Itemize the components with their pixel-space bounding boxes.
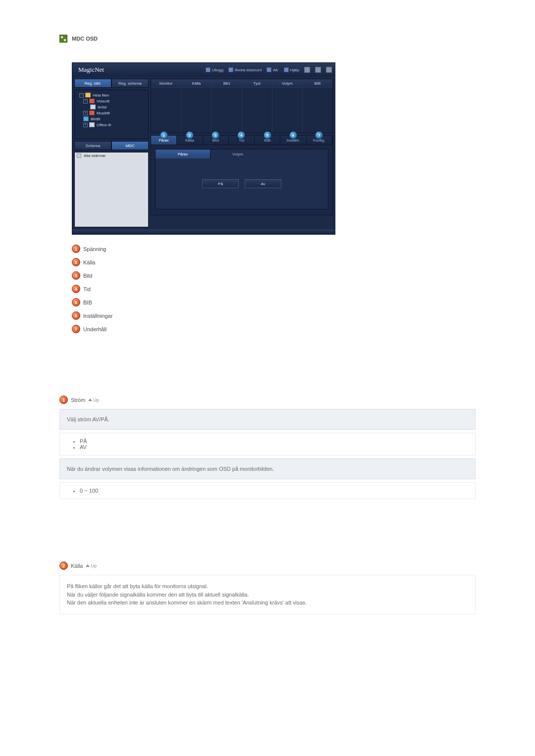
chevron-up-icon <box>88 399 92 401</box>
window-max-icon[interactable] <box>315 67 321 73</box>
picture-icon <box>83 116 89 121</box>
legend-item-4: 4Tid <box>72 285 476 293</box>
tree-music: +Musikfil <box>76 110 147 116</box>
num-badge-5: 5 <box>72 298 80 306</box>
col-pip[interactable]: BIB <box>303 79 332 88</box>
legend-item-5: 5BIB <box>72 298 476 306</box>
tree-artist: Artist <box>76 104 147 110</box>
btab-picture[interactable]: 3Bild <box>203 136 229 145</box>
change-password-button[interactable]: Ändra lösenord <box>228 67 262 72</box>
legend-label: Källa <box>83 259 95 265</box>
description-box: På fliken källor går det att byta källa … <box>59 575 476 614</box>
help-button[interactable]: Hjälp <box>284 67 299 72</box>
legend-item-3: 3Bild <box>72 271 476 280</box>
section-heading-power: 1 Ström Up <box>59 396 476 404</box>
col-source[interactable]: Källa <box>181 79 211 88</box>
logout-icon <box>206 67 211 72</box>
legend-label: Spänning <box>83 246 107 252</box>
separator <box>84 529 451 532</box>
power-on-button[interactable]: På <box>202 179 239 188</box>
options-icon <box>267 67 271 72</box>
num-badge-2: 2 <box>59 561 68 570</box>
control-panel: 1På/av 2Källa 3Bild 4Tid 5BIB 6Inställn.… <box>151 135 333 215</box>
legend-item-1: 1Spänning <box>72 245 476 253</box>
num-badge-7: 7 <box>72 325 80 333</box>
num-badge-1: 1 <box>72 245 80 253</box>
badge-5: 5 <box>264 131 271 139</box>
col-picture[interactable]: Bild <box>212 79 241 88</box>
list-icon <box>90 104 96 109</box>
btab-power[interactable]: 1På/av <box>151 136 177 145</box>
col-mute[interactable]: Tyst <box>242 79 272 88</box>
range-value: 0 ~ 100 <box>80 488 465 494</box>
num-badge-3: 3 <box>72 271 80 280</box>
list-item: Alla skärmar <box>75 152 148 159</box>
separator <box>84 363 451 366</box>
key-icon <box>228 67 233 72</box>
section-title: Ström <box>71 397 85 403</box>
change-password-label: Ändra lösenord <box>235 68 262 72</box>
section-title: Källa <box>71 563 83 569</box>
tree-picture: Bildfil <box>76 116 147 122</box>
monitor-list[interactable]: Alla skärmar <box>74 152 149 227</box>
col-monitor[interactable]: Monitor <box>151 79 181 88</box>
music-icon <box>89 110 95 115</box>
btab-settings[interactable]: 6Inställn. <box>280 136 306 145</box>
file-tree[interactable]: −Hela filen −Videofil Artist +Musikfil B… <box>74 90 149 139</box>
up-link[interactable]: Up <box>86 563 97 568</box>
tree-video: −Videofil <box>76 98 147 104</box>
checkbox-icon[interactable] <box>77 153 81 158</box>
num-badge-1: 1 <box>59 396 68 404</box>
info-box: Välj ström AV/PÅ. <box>59 409 476 430</box>
badge-3: 3 <box>212 131 219 139</box>
desc-line-3: När den aktuella enheten inte är anslute… <box>67 599 468 607</box>
logout-button[interactable]: Utlogg <box>206 67 223 72</box>
legend-label: BIB <box>83 300 92 305</box>
document-icon <box>89 122 95 127</box>
legend-label: Underhåll <box>83 326 107 332</box>
badge-2: 2 <box>186 131 194 139</box>
tab-mdc[interactable]: MDC <box>111 141 149 150</box>
btab-source[interactable]: 2Källa <box>177 136 203 145</box>
legend-item-2: 2Källa <box>72 258 476 266</box>
col-volume[interactable]: Volym <box>272 79 302 88</box>
btab-maint[interactable]: 7Konfig. <box>307 136 332 145</box>
legend-item-6: 6Inställningar <box>72 311 476 320</box>
options-label: Alt. <box>273 68 279 72</box>
power-off-button[interactable]: Av <box>245 179 281 188</box>
window-close-icon[interactable] <box>326 67 332 73</box>
badge-7: 7 <box>315 131 323 139</box>
up-label: Up <box>93 398 99 403</box>
up-label: Up <box>91 563 97 568</box>
legend-label: Inställningar <box>83 313 112 319</box>
up-link[interactable]: Up <box>88 398 99 403</box>
window-min-icon[interactable] <box>304 67 310 73</box>
num-badge-4: 4 <box>72 285 80 293</box>
monitor-grid: Monitor Källa Bild Tyst Volym BIB <box>151 79 333 133</box>
inner-tab-power[interactable]: På/av <box>156 150 211 158</box>
badge-4: 4 <box>237 131 245 139</box>
list-item-label: Alla skärmar <box>84 153 106 158</box>
inner-tab-volume[interactable]: Volym <box>211 150 265 158</box>
desc-line-2: När du väljer följande signalkälla komme… <box>67 591 468 599</box>
help-label: Hjälp <box>290 68 299 72</box>
tab-schedule[interactable]: Reg. schema <box>111 79 149 88</box>
app-logo: MagicNet <box>78 66 104 74</box>
section-heading-source: 2 Källa Up <box>59 561 476 570</box>
options-button[interactable]: Alt. <box>267 67 279 72</box>
logout-label: Utlogg <box>212 68 223 72</box>
num-badge-6: 6 <box>72 311 80 320</box>
range-box: 0 ~ 100 <box>59 482 476 499</box>
desc-line-1: På fliken källor går det att byta källa … <box>67 582 468 591</box>
help-icon <box>284 67 289 72</box>
chevron-up-icon <box>86 564 90 567</box>
btab-time[interactable]: 4Tid <box>229 136 255 145</box>
btab-pip[interactable]: 5BIB <box>255 136 280 145</box>
legend-list: 1Spänning 2Källa 3Bild 4Tid 5BIB 6Instäl… <box>72 245 476 333</box>
folder-icon <box>85 93 91 98</box>
legend-item-7: 7Underhåll <box>72 325 476 333</box>
tab-schema[interactable]: Schema <box>74 141 111 150</box>
info-box: När du ändrar volymen visas informatione… <box>59 458 476 479</box>
app-icon <box>59 35 67 43</box>
tab-library[interactable]: Reg. bibl. <box>74 79 111 88</box>
